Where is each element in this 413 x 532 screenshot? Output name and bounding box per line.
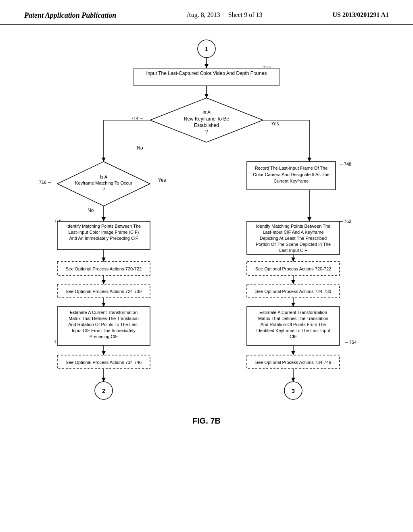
svg-text:Matrix That Defines The Transl: Matrix That Defines The Translation bbox=[69, 316, 139, 321]
svg-text:Yes: Yes bbox=[271, 121, 279, 127]
svg-text:Color Camera And Designate It : Color Camera And Designate It As The bbox=[253, 172, 329, 177]
svg-text:No: No bbox=[137, 145, 143, 151]
svg-text:CIF: CIF bbox=[290, 334, 297, 339]
svg-text:And Rotation Of Points To The : And Rotation Of Points To The Last- bbox=[68, 322, 139, 327]
svg-text:Keyframe Matching To Occur: Keyframe Matching To Occur bbox=[75, 181, 132, 185]
svg-text:Last-Input CIF And A Keyframe: Last-Input CIF And A Keyframe bbox=[263, 230, 323, 235]
svg-marker-60 bbox=[102, 280, 106, 284]
svg-text:Identified Keyframe To The Las: Identified Keyframe To The Last-Input bbox=[256, 328, 330, 333]
svg-text:Estimate A Current Transformat: Estimate A Current Transformation bbox=[70, 310, 138, 315]
svg-marker-94 bbox=[102, 378, 106, 382]
svg-text:Input CIF From The Immediately: Input CIF From The Immediately bbox=[72, 328, 136, 333]
svg-text:Record The Last-Input Frame Of: Record The Last-Input Frame Of The bbox=[255, 166, 328, 170]
svg-marker-8 bbox=[204, 94, 209, 98]
svg-text:─ 752: ─ 752 bbox=[339, 219, 351, 224]
svg-text:Estimate A Current Transformat: Estimate A Current Transformation bbox=[259, 310, 327, 315]
svg-marker-22 bbox=[307, 158, 311, 162]
svg-marker-43 bbox=[307, 217, 311, 221]
svg-text:Is A: Is A bbox=[100, 175, 108, 179]
svg-text:See Optional Process Actions 7: See Optional Process Actions 720-722 bbox=[66, 266, 142, 271]
svg-text:See Optional Process Actions 7: See Optional Process Actions 724-730 bbox=[66, 289, 142, 294]
svg-text:3: 3 bbox=[292, 388, 295, 394]
header-publication: Patent Application Publication bbox=[24, 11, 116, 20]
svg-text:Last-Input CIF: Last-Input CIF bbox=[279, 248, 307, 253]
svg-text:Established: Established bbox=[194, 123, 219, 128]
svg-text:New Keyframe To Be: New Keyframe To Be bbox=[184, 116, 229, 122]
svg-text:Identify Matching Points Betwe: Identify Matching Points Between The bbox=[67, 224, 141, 229]
header-date: Aug. 8, 2013 bbox=[186, 11, 220, 18]
svg-marker-62 bbox=[291, 280, 295, 284]
svg-text:Preceding CIF: Preceding CIF bbox=[90, 334, 118, 339]
flowchart-svg: 1 ─ 712 Input The Last-Captured Color Vi… bbox=[33, 37, 380, 504]
svg-text:See Optional Process Actions 7: See Optional Process Actions 734-746 bbox=[255, 360, 331, 365]
svg-text:Is A: Is A bbox=[202, 110, 211, 115]
svg-text:FIG. 7B: FIG. 7B bbox=[192, 416, 221, 425]
svg-text:?: ? bbox=[205, 129, 208, 135]
svg-marker-70 bbox=[291, 303, 295, 307]
svg-marker-54 bbox=[291, 258, 295, 262]
svg-text:Matrix That Defines The Transl: Matrix That Defines The Translation bbox=[258, 316, 328, 321]
svg-marker-68 bbox=[102, 303, 106, 307]
svg-marker-52 bbox=[102, 258, 106, 262]
svg-text:2: 2 bbox=[102, 388, 105, 394]
header-center: Aug. 8, 2013 Sheet 9 of 13 bbox=[186, 11, 262, 19]
svg-marker-88 bbox=[291, 351, 295, 355]
svg-text:1: 1 bbox=[205, 46, 208, 52]
svg-text:─ 754: ─ 754 bbox=[344, 340, 357, 345]
svg-text:Portion Of The Scene Depicted : Portion Of The Scene Depicted In The bbox=[256, 242, 331, 247]
svg-text:No: No bbox=[88, 208, 94, 213]
svg-text:See Optional Process Actions 7: See Optional Process Actions 720-722 bbox=[255, 266, 331, 271]
svg-text:See Optional Process Actions 7: See Optional Process Actions 724-730 bbox=[255, 289, 331, 294]
svg-text:And An Immediately Preceding C: And An Immediately Preceding CIF bbox=[69, 236, 138, 241]
diagram-area: 1 ─ 712 Input The Last-Captured Color Vi… bbox=[0, 25, 413, 516]
svg-marker-18 bbox=[102, 158, 106, 162]
page-header: Patent Application Publication Aug. 8, 2… bbox=[0, 0, 413, 25]
header-patent-number: US 2013/0201291 A1 bbox=[332, 11, 389, 19]
svg-text:Input The Last-Captured Color : Input The Last-Captured Color Video And … bbox=[146, 71, 267, 76]
svg-text:─ 748: ─ 748 bbox=[339, 162, 351, 166]
svg-marker-86 bbox=[102, 351, 106, 355]
svg-text:Last-Input Color Image Frame (: Last-Input Color Image Frame (CIF) bbox=[69, 230, 139, 235]
svg-text:See Optional Process Actions 7: See Optional Process Actions 734-746 bbox=[66, 360, 142, 365]
svg-text:And Rotation Of Points From Th: And Rotation Of Points From The bbox=[261, 322, 326, 327]
header-sheet: Sheet 9 of 13 bbox=[228, 11, 263, 18]
svg-text:Identify Matching Points Betwe: Identify Matching Points Between The bbox=[256, 224, 330, 229]
svg-marker-3 bbox=[204, 64, 209, 68]
svg-text:716 ─: 716 ─ bbox=[39, 180, 51, 185]
svg-marker-96 bbox=[291, 378, 295, 382]
svg-text:?: ? bbox=[102, 187, 105, 192]
svg-text:Depicting At Least The Prescri: Depicting At Least The Prescribed bbox=[260, 236, 327, 241]
svg-text:Yes: Yes bbox=[158, 177, 166, 183]
svg-text:Current Keyframe: Current Keyframe bbox=[274, 179, 309, 183]
svg-marker-36 bbox=[102, 217, 106, 221]
